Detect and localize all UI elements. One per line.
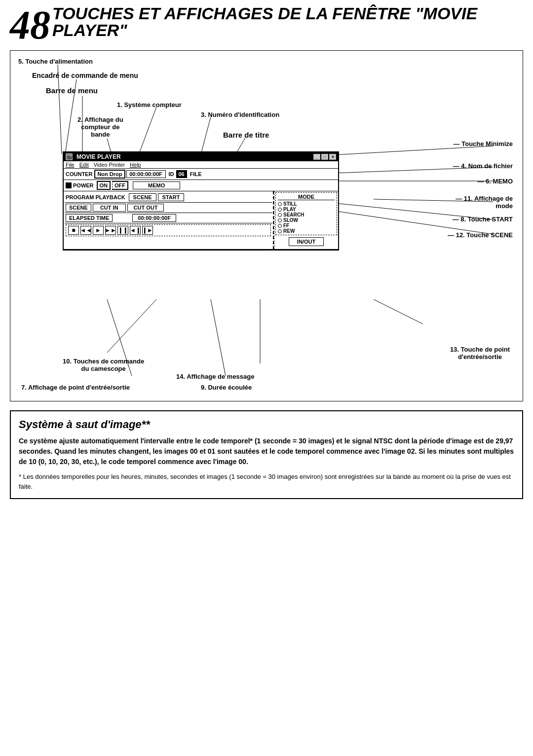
mode-still: STILL (278, 201, 335, 207)
mode-play: PLAY (278, 207, 335, 212)
radio-rew[interactable] (278, 229, 282, 233)
label-1: 1. Système compteur (117, 101, 182, 108)
player-bottom-spacer (65, 237, 272, 241)
mode-panel: MODE STILL PLAY (274, 191, 338, 249)
cut-out-button[interactable]: CUT OUT (127, 204, 164, 212)
program-playback-label: PROGRAM PLAYBACK (66, 194, 125, 200)
close-button[interactable]: ✕ (329, 154, 336, 160)
control-area: PROGRAM PLAYBACK SCENE START SCENE CUT I… (64, 191, 338, 250)
mode-ff: FF (278, 223, 335, 228)
label-8: — 8. Touche START (453, 216, 513, 223)
main-content: 5. Touche d'alimentation Encadré de comm… (0, 45, 533, 504)
window-controls[interactable]: _ □ ✕ (313, 154, 336, 160)
nondrop-field: Non Drop (94, 170, 125, 179)
footnote: * Les données temporelles pour les heure… (19, 472, 514, 491)
label-encadre: Encadré de commande de menu (32, 72, 138, 79)
label-13: 13. Touche de pointd'entrée/sortie (450, 346, 510, 360)
radio-still[interactable] (278, 202, 282, 206)
left-controls: PROGRAM PLAYBACK SCENE START SCENE CUT I… (64, 191, 274, 249)
scene-cut-row: SCENE CUT IN CUT OUT (65, 203, 272, 213)
label-minimize: — Touche Minimize (454, 140, 513, 147)
scene2-button[interactable]: SCENE (66, 204, 91, 212)
label-6: — 6. MEMO (477, 178, 513, 185)
page-title: TOUCHES ET AFFICHAGES DE LA FENÊTRE "MOV… (50, 5, 523, 45)
stop-button[interactable]: ■ (68, 226, 79, 235)
rewind-button[interactable]: ◄◄ (80, 226, 91, 235)
menu-bar: File Edit Video Printer Help (64, 161, 338, 169)
label-barre-menu: Barre de menu (46, 86, 98, 95)
step-back-button[interactable]: ◄❙ (130, 226, 141, 235)
id-value: 06 (176, 170, 187, 178)
step-forward-button[interactable]: ❙► (142, 226, 153, 235)
timecode-field: 00:00:00:00F (126, 170, 166, 178)
player-window: 🎬 MOVIE PLAYER _ □ ✕ File (63, 151, 329, 251)
svg-line-13 (107, 299, 156, 353)
start-button[interactable]: START (158, 193, 185, 201)
label-5: 5. Touche d'alimentation (18, 58, 93, 65)
app-icon: 🎬 (66, 153, 73, 160)
elapsed-time: 00:00:00:00F (132, 214, 176, 222)
label-4: — 4. Nom de fichier (453, 162, 513, 170)
label-10: 10. Touches de commandedu camescope (63, 358, 144, 372)
svg-line-17 (211, 299, 226, 376)
section-title: Système à saut d'image** (19, 418, 514, 431)
menu-video-printer[interactable]: Video Printer (94, 162, 125, 168)
menu-edit[interactable]: Edit (79, 162, 89, 168)
radio-ff[interactable] (278, 224, 282, 228)
memo-label: MEMO (133, 181, 180, 189)
off-button[interactable]: OFF (112, 181, 128, 190)
label-barre-titre: Barre de titre (223, 131, 269, 139)
svg-line-14 (374, 299, 423, 324)
elapsed-label: ELAPSED TIME (66, 214, 113, 222)
label-3: 3. Numéro d'identification (201, 111, 279, 118)
power-label: POWER (73, 182, 94, 188)
label-9: 9. Durée écoulée (201, 384, 252, 391)
label-14: 14. Affichage de message (176, 373, 254, 380)
minimize-button[interactable]: _ (313, 154, 320, 160)
diagram-box: 5. Touche d'alimentation Encadré de comm… (10, 50, 523, 401)
file-label: FILE (190, 171, 202, 177)
label-2: File 2. Affichage ducompteur debande (77, 116, 123, 138)
cut-in-button[interactable]: CUT IN (93, 204, 126, 212)
scene-button[interactable]: SCENE (129, 193, 156, 201)
counter-row: COUNTER Non Drop 00:00:00:00F ID 06 FILE (64, 169, 338, 180)
id-label: ID (169, 171, 174, 177)
title-text: MOVIE PLAYER (75, 153, 123, 160)
title-bar: 🎬 MOVIE PLAYER _ □ ✕ (64, 152, 338, 161)
power-row: POWER ON OFF MEMO (64, 180, 338, 191)
mode-search: SEARCH (278, 212, 335, 217)
play-button[interactable]: ► (93, 226, 104, 235)
inout-button[interactable]: IN/OUT (289, 237, 324, 246)
page-number: 48 (10, 5, 50, 45)
label-7: 7. Affichage de point d'entrée/sortie (21, 384, 130, 391)
counter-label: COUNTER (66, 171, 92, 177)
menu-help[interactable]: Help (130, 162, 141, 168)
label-11: — 11. Affichage de mode (456, 195, 513, 210)
mode-panel-inner: MODE STILL PLAY (275, 192, 337, 235)
bottom-section: Système à saut d'image** Ce système ajus… (10, 410, 523, 499)
radio-slow[interactable] (278, 218, 282, 222)
restore-button[interactable]: □ (321, 154, 328, 160)
mode-slow: SLOW (278, 217, 335, 223)
elapsed-row: ELAPSED TIME 00:00:00:00F (65, 213, 272, 223)
bold-paragraph: Ce système ajuste automatiquement l'inte… (19, 436, 514, 467)
on-button[interactable]: ON (97, 181, 111, 190)
menu-file[interactable]: File (66, 162, 75, 168)
diagram-inner: 5. Touche d'alimentation Encadré de comm… (18, 58, 515, 393)
radio-play[interactable] (278, 208, 282, 212)
mode-title: MODE (278, 194, 335, 200)
program-playback-row: PROGRAM PLAYBACK SCENE START (65, 192, 272, 203)
power-square-icon (66, 182, 72, 188)
page-header: 48 TOUCHES ET AFFICHAGES DE LA FENÊTRE "… (0, 0, 533, 45)
fast-forward-button[interactable]: ►► (105, 226, 116, 235)
inout-panel: IN/OUT (275, 235, 337, 248)
pause-button[interactable]: ❙❙ (117, 226, 128, 235)
mode-rew: REW (278, 228, 335, 234)
radio-search[interactable] (278, 213, 282, 217)
transport-controls: ■ ◄◄ ► ►► ❙❙ ◄❙ ❙► (66, 224, 271, 236)
title-bar-left: 🎬 MOVIE PLAYER (66, 153, 123, 160)
label-12: — 12. Touche SCENE (448, 231, 513, 239)
